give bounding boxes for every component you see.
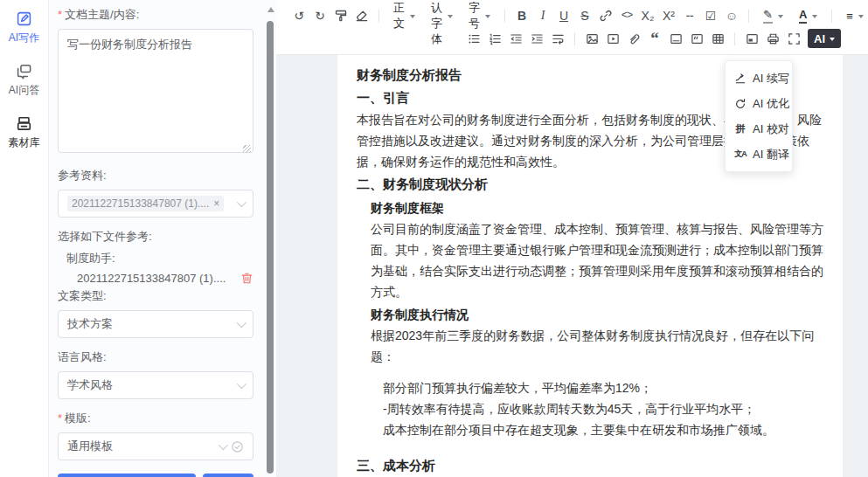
nav-item-material-library[interactable]: 素材库 — [9, 115, 40, 150]
chevron-down-icon — [237, 379, 247, 389]
doc-type-label: 文案类型: — [58, 288, 253, 304]
indent-button[interactable] — [526, 28, 547, 49]
style-select[interactable]: 学术风格 — [58, 371, 253, 399]
toolbar-divider — [378, 10, 379, 23]
nav-item-ai-qa[interactable]: AI问答 — [9, 63, 39, 98]
font-color-icon: A — [799, 8, 807, 24]
caret-down-icon — [448, 15, 453, 21]
print-icon — [767, 32, 780, 45]
eraser-button[interactable] — [351, 5, 372, 26]
link-icon — [599, 9, 613, 23]
italic-button[interactable]: I — [532, 5, 553, 26]
doc-heading: 三、成本分析 — [357, 453, 823, 477]
textarea-resize-handle[interactable] — [243, 145, 251, 153]
nav-label: AI问答 — [9, 83, 39, 98]
menu-item-ai-continue[interactable]: AI 续写 — [726, 66, 792, 91]
trash-icon[interactable] — [240, 272, 253, 285]
print-button[interactable] — [762, 28, 783, 49]
nav-item-ai-writing[interactable]: AI写作 — [9, 10, 39, 45]
underline-button[interactable]: U — [553, 5, 574, 26]
task-list-button[interactable]: ☑ — [700, 5, 721, 26]
insert-image-button[interactable] — [581, 28, 602, 49]
emoji-button[interactable]: ☺ — [721, 5, 742, 26]
doc-paragraph: 根据2023年前三季度的财务数据，公司整体财务制度执行情况良好，但存在以下问题： — [371, 325, 823, 367]
redo-button[interactable]: ↻ — [309, 5, 330, 26]
translate-icon: 文A — [734, 149, 746, 161]
outdent-icon — [510, 32, 523, 45]
outdent-button[interactable] — [505, 28, 526, 49]
caret-down-icon — [485, 15, 490, 21]
tag-close-icon[interactable]: × — [213, 197, 219, 210]
inline-code-button[interactable]: <> — [616, 5, 637, 26]
menu-item-ai-proofread[interactable]: 拼 AI 校对 — [726, 116, 792, 142]
blockquote-button[interactable]: “ — [644, 28, 665, 49]
doc-heading: 二、财务制度现状分析 — [357, 172, 823, 196]
insert-table-button[interactable] — [707, 28, 728, 49]
chat-icon — [16, 63, 32, 80]
strikethrough-button[interactable]: S — [574, 5, 595, 26]
attachment-button[interactable] — [623, 28, 644, 49]
align-icon: ≡ — [846, 10, 853, 23]
topic-label: *文档主题/内容: — [58, 7, 253, 23]
doc-type-select[interactable]: 技术方案 — [58, 310, 253, 338]
font-family-dropdown[interactable]: 默认字体 — [423, 5, 461, 26]
file-row: 2021122715133847807 (1).... — [77, 272, 253, 285]
required-mark: * — [58, 411, 62, 425]
paragraph-style-dropdown[interactable]: 正文 — [385, 5, 423, 26]
menu-item-ai-translate[interactable]: 文A AI 翻译 — [726, 142, 792, 167]
doc-edit-icon — [16, 10, 32, 27]
code-block-button[interactable] — [686, 28, 707, 49]
video-icon — [607, 32, 620, 45]
topic-input[interactable]: 写一份财务制度分析报告 — [58, 29, 253, 153]
insert-video-button[interactable] — [602, 28, 623, 49]
file-name: 2021122715133847807 (1).... — [77, 272, 226, 285]
download-button[interactable]: 下载 — [203, 474, 253, 477]
menu-item-ai-optimize[interactable]: AI 优化 — [726, 91, 792, 116]
bullet-list-button[interactable] — [463, 28, 484, 49]
ordered-list-icon — [489, 32, 502, 45]
font-color-dropdown[interactable]: A — [791, 5, 825, 26]
align-dropdown[interactable]: ≡ — [838, 5, 868, 26]
ai-dropdown-menu: AI 续写 AI 优化 拼 AI 校对 文A AI 翻译 — [725, 60, 793, 172]
template-label: *模版: — [58, 411, 253, 426]
panel-scrollbar[interactable] — [267, 2, 274, 475]
bold-button[interactable]: B — [511, 5, 532, 26]
library-icon — [16, 115, 32, 132]
horizontal-rule-button[interactable]: ╌ — [679, 5, 700, 26]
highlight-color-dropdown[interactable]: ✎ — [755, 5, 791, 26]
ordered-list-button[interactable] — [484, 28, 505, 49]
subscript-button[interactable]: X₂ — [637, 5, 658, 26]
ai-dropdown-button[interactable]: AI — [808, 29, 841, 48]
indent-icon — [531, 32, 544, 45]
fullscreen-icon — [788, 32, 801, 45]
template-select[interactable]: 通用模板 — [58, 432, 253, 460]
generate-button[interactable]: 生成 — [58, 474, 196, 477]
text-wrap-button[interactable] — [547, 28, 568, 49]
image-icon — [586, 32, 599, 45]
chevron-down-icon — [219, 440, 228, 450]
fullscreen-button[interactable] — [783, 28, 804, 49]
nav-label: 素材库 — [9, 135, 40, 150]
link-button[interactable] — [595, 5, 616, 26]
undo-button[interactable]: ↺ — [288, 5, 309, 26]
embed-icon — [746, 32, 759, 45]
scrollbar-thumb[interactable] — [267, 21, 274, 474]
doc-paragraph: 公司目前的制度涵盖了资金管理、成本控制、预算管理、核算与报告、风险管理等方面。其… — [371, 218, 823, 302]
chevron-down-icon — [237, 318, 247, 328]
reference-select[interactable]: 2021122715133847807 (1).... × — [58, 190, 253, 218]
toolbar-divider — [734, 32, 735, 45]
editor-canvas: 财务制度分析报告 一、引言 本报告旨在对公司的财务制度进行全面分析，包括财务制度… — [276, 55, 868, 477]
divider-block-button[interactable] — [665, 28, 686, 49]
text-wrap-icon — [552, 32, 565, 45]
doc-list-item: 成本控制在部分项目中存在超支现象，主要集中在研发和市场推广领域。 — [383, 419, 823, 440]
file-reference-label: 选择如下文件参考: — [58, 229, 253, 245]
reference-tag: 2021122715133847807 (1).... × — [67, 196, 224, 211]
generation-form-panel: *文档主题/内容: 写一份财务制度分析报告 参考资料: 202112271513… — [49, 0, 276, 477]
scroll-up-icon[interactable] — [267, 3, 274, 12]
doc-subheading: 财务制度框架 — [371, 197, 823, 218]
font-size-dropdown[interactable]: 字号 — [461, 5, 498, 26]
editor-toolbar: ↺ ↻ 正文 默认字体 字号 B I U S <> X₂ X² ╌ ☑ ☺ — [276, 0, 868, 55]
superscript-button[interactable]: X² — [658, 5, 679, 26]
format-painter-button[interactable] — [330, 5, 351, 26]
embed-button[interactable] — [741, 28, 762, 49]
